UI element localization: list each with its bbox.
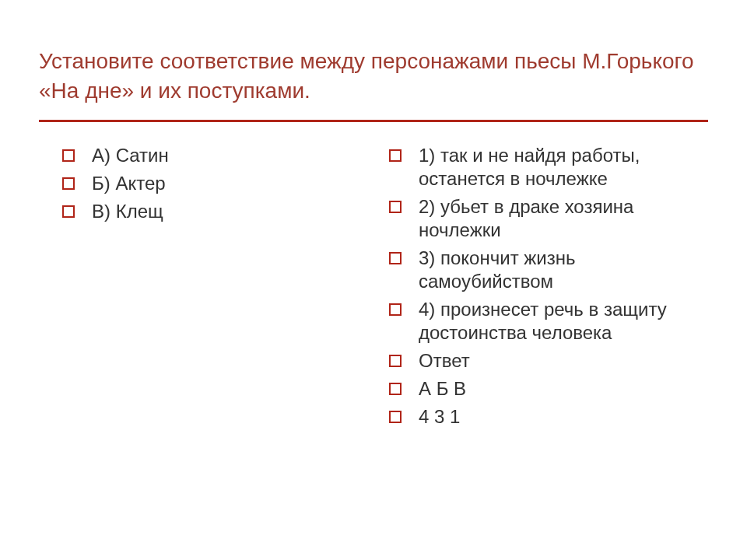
square-bullet-icon [389,411,402,423]
square-bullet-icon [389,383,402,395]
list-item-text: 3) покончит жизнь самоубийством [419,247,708,293]
content-columns: А) Сатин Б) Актер В) Клещ 1) так и не на… [39,144,708,433]
list-item-text: А) Сатин [92,144,169,167]
list-item: Ответ [389,349,708,373]
list-item-text: Ответ [419,349,470,373]
list-item: 3) покончит жизнь самоубийством [389,247,708,293]
slide-title: Установите соответствие между персонажам… [39,47,708,106]
square-bullet-icon [389,149,402,162]
square-bullet-icon [389,355,402,367]
list-item: А) Сатин [62,144,350,167]
left-column: А) Сатин Б) Актер В) Клещ [39,144,350,433]
list-item-text: В) Клещ [92,200,163,223]
list-item: 4) произнесет речь в защиту достоинства … [389,298,708,345]
square-bullet-icon [389,252,402,264]
list-item: 2) убьет в драке хозяина ночлежки [389,195,708,242]
list-item: Б) Актер [62,172,350,195]
list-item-text: 4 3 1 [419,405,460,429]
list-item: В) Клещ [62,200,350,223]
list-item: 1) так и не найдя работы, останется в но… [389,144,708,191]
list-item-text: Б) Актер [92,172,166,195]
square-bullet-icon [389,303,402,316]
square-bullet-icon [62,149,75,162]
list-item-text: 1) так и не найдя работы, останется в но… [419,144,708,191]
list-item: 4 3 1 [389,405,708,429]
square-bullet-icon [62,177,75,190]
title-divider [39,120,708,122]
list-item-text: 2) убьет в драке хозяина ночлежки [419,195,708,242]
square-bullet-icon [62,205,75,218]
right-column: 1) так и не найдя работы, останется в но… [381,144,708,433]
list-item-text: 4) произнесет речь в защиту достоинства … [419,298,708,345]
list-item-text: А Б В [419,377,466,401]
square-bullet-icon [389,201,402,213]
list-item: А Б В [389,377,708,401]
